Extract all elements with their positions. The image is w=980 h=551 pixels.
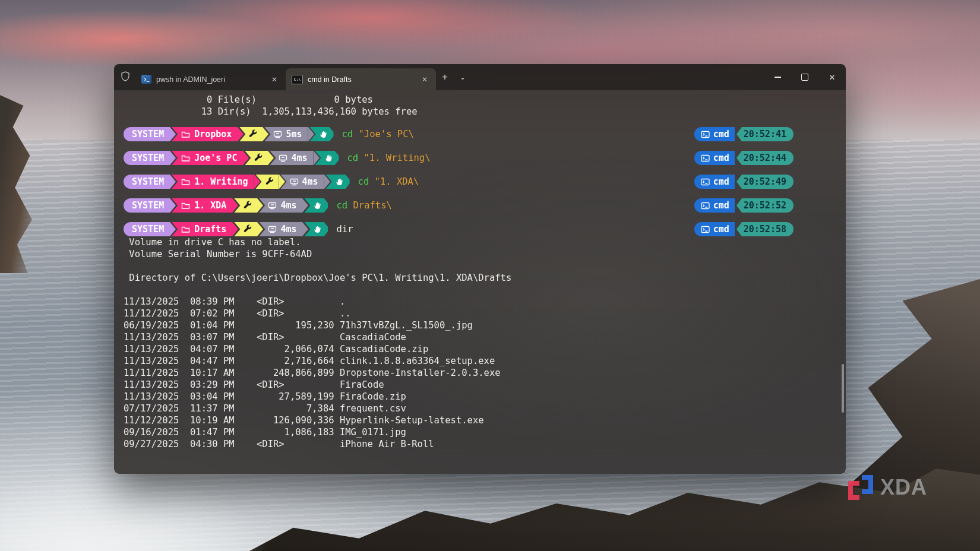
terminal-line: [124, 284, 836, 296]
terminal-icon: [701, 154, 710, 162]
prompt-segment-user: SYSTEM: [124, 151, 170, 165]
timer-icon: [268, 226, 277, 233]
powerline-arrow: [170, 222, 176, 236]
xda-bracket-icon: [847, 475, 874, 500]
powerline-arrow: [243, 151, 249, 165]
tab-dropdown-button[interactable]: ⌄: [454, 68, 472, 86]
right-prompt: cmd20:52:58: [694, 222, 794, 236]
terminal-line: 11/12/2025 10:19 AM 126,090,336 Hyperlin…: [124, 414, 836, 426]
time-badge-arrow: [736, 198, 742, 213]
time-badge-arrow: [736, 127, 742, 141]
cmd-icon: C:\: [292, 75, 303, 84]
prompt-segment-duration: 4ms: [281, 175, 324, 189]
prompt-row: SYSTEMDropbox5mscd "Joe's PC\cmd20:52:41: [124, 127, 836, 141]
wrench-icon: [254, 153, 263, 163]
time-badge-arrow: [736, 222, 742, 236]
title-bar[interactable]: ❯_pwsh in ADMIN_joeri✕C:\cmd in Drafts✕ …: [114, 64, 846, 90]
terminal-line: [124, 260, 836, 272]
terminal-icon: [701, 202, 710, 210]
wrench-icon: [248, 129, 258, 139]
terminal-line: 11/13/2025 04:47 PM 2,716,664 clink.1.8.…: [124, 355, 836, 367]
shield-icon: [120, 71, 131, 84]
powerline-arrow: [170, 151, 176, 165]
shell-badge: cmd: [694, 175, 735, 189]
tab-pwsh[interactable]: ❯_pwsh in ADMIN_joeri✕: [135, 68, 286, 90]
prompt-segment-folder: Joe's PC: [172, 151, 243, 165]
powerline-arrow: [263, 127, 268, 141]
command-text: cd Drafts\: [336, 200, 391, 211]
shell-badge: cmd: [694, 151, 735, 165]
powerline-arrow: [314, 151, 320, 165]
prompt-segment-duration: 4ms: [270, 151, 313, 165]
powerline-arrow: [257, 198, 263, 213]
powerline-arrow: [302, 198, 308, 213]
terminal-line: 11/13/2025 08:39 PM <DIR> .: [124, 296, 836, 308]
tab-cmd[interactable]: C:\cmd in Drafts✕: [286, 68, 436, 90]
terminal-window: ❯_pwsh in ADMIN_joeri✕C:\cmd in Drafts✕ …: [114, 64, 846, 474]
terminal-line: 11/11/2025 10:17 AM 248,866,899 Dropston…: [124, 367, 836, 379]
time-badge: 20:52:58: [742, 222, 794, 236]
terminal-line: 11/13/2025 04:07 PM 2,066,074 CascadiaCo…: [124, 343, 836, 355]
terminal-line: 0 File(s) 0 bytes: [124, 94, 836, 106]
powerline-arrow: [170, 198, 176, 213]
prompt-row: SYSTEM1. Writing4mscd "1. XDA\cmd20:52:4…: [124, 175, 836, 189]
terminal-line: 11/13/2025 03:07 PM <DIR> CascadiaCode: [124, 331, 836, 343]
scrollbar-thumb[interactable]: [842, 364, 844, 413]
command-text: cd "1. XDA\: [358, 176, 419, 187]
terminal-scrollback[interactable]: 0 File(s) 0 bytes 13 Dir(s) 1,305,113,43…: [114, 90, 846, 474]
tab-close-icon[interactable]: ✕: [419, 75, 430, 84]
folder-icon: [181, 130, 190, 138]
powerline-arrow: [232, 222, 238, 236]
prompt-segment-folder: 1. Writing: [172, 175, 254, 189]
prompt-row: SYSTEMJoe's PC4mscd "1. Writing\cmd20:52…: [124, 151, 836, 165]
shell-badge: cmd: [694, 127, 735, 141]
powerline-arrow: [238, 127, 244, 141]
terminal-line: 11/13/2025 03:29 PM <DIR> FiraCode: [124, 379, 836, 391]
terminal-line: 09/16/2025 01:47 PM 1,086,183 IMG_0171.j…: [124, 426, 836, 438]
new-tab-button[interactable]: +: [436, 68, 454, 86]
hand-icon: [324, 153, 333, 163]
powerline-arrow: [268, 151, 274, 165]
desktop: ❯_pwsh in ADMIN_joeri✕C:\cmd in Drafts✕ …: [0, 0, 980, 551]
powerline-arrow: [257, 222, 263, 236]
xda-watermark: XDA: [847, 475, 927, 500]
terminal-line: 13 Dir(s) 1,305,113,436,160 bytes free: [124, 106, 836, 118]
powerline-arrow: [302, 222, 308, 236]
powerline-arrow: [308, 127, 314, 141]
close-icon: ✕: [829, 73, 836, 82]
window-controls: ✕: [764, 64, 846, 90]
time-badge: 20:52:41: [742, 127, 794, 141]
prompt-segment-duration: 4ms: [259, 222, 302, 236]
terminal-line: 11/13/2025 03:04 PM 27,589,199 FiraCode.…: [124, 391, 836, 403]
tab-label: cmd in Drafts: [308, 75, 415, 84]
minimize-icon: [774, 77, 781, 78]
prompt-segment-user: SYSTEM: [124, 198, 170, 213]
folder-icon: [181, 178, 190, 186]
prompt-segment-folder: 1. XDA: [172, 198, 232, 213]
terminal-line: Directory of C:\Users\joeri\Dropbox\Joe'…: [124, 272, 836, 284]
xda-watermark-text: XDA: [880, 475, 927, 500]
time-badge: 20:52:44: [742, 151, 794, 165]
time-badge-arrow: [736, 151, 742, 165]
tab-close-icon[interactable]: ✕: [269, 75, 280, 84]
prompt-segment-user: SYSTEM: [124, 175, 170, 189]
close-button[interactable]: ✕: [818, 64, 846, 90]
hand-icon: [319, 129, 328, 139]
folder-icon: [181, 154, 190, 162]
terminal-line: 11/12/2025 07:02 PM <DIR> ..: [124, 308, 836, 319]
right-prompt: cmd20:52:44: [694, 151, 794, 165]
timer-icon: [279, 154, 287, 162]
maximize-button[interactable]: [791, 64, 818, 90]
right-prompt: cmd20:52:41: [694, 127, 794, 141]
terminal-line: 06/19/2025 01:04 PM 195,230 71h37lvBZgL.…: [124, 319, 836, 331]
command-text: dir: [336, 224, 353, 235]
wrench-icon: [243, 201, 252, 210]
command-text: cd "Joe's PC\: [342, 129, 414, 140]
command-text: cd "1. Writing\: [347, 153, 431, 163]
terminal-line: Volume in drive C has no label.: [124, 236, 836, 248]
minimize-button[interactable]: [764, 64, 791, 90]
maximize-icon: [801, 74, 808, 81]
powerline-arrow: [279, 175, 285, 189]
folder-icon: [181, 225, 190, 233]
tab-strip: ❯_pwsh in ADMIN_joeri✕C:\cmd in Drafts✕: [135, 68, 436, 90]
